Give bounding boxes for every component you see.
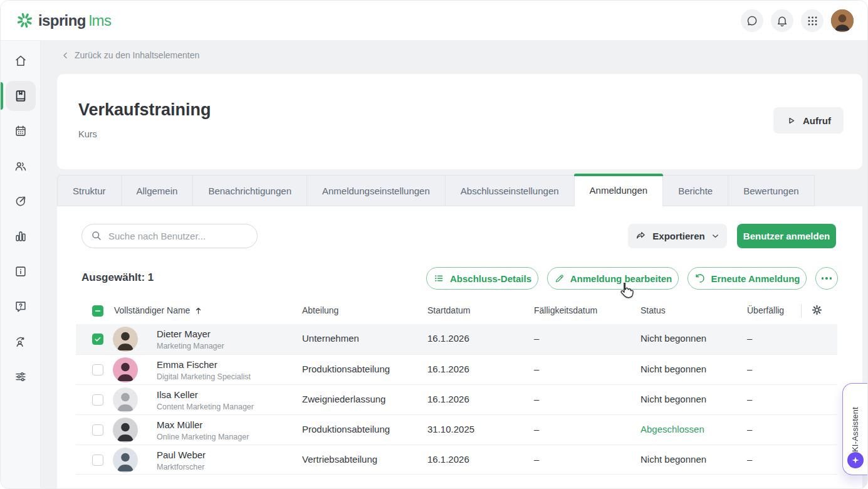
sidebar-item-home[interactable] [6,46,36,76]
ai-assistant-tab[interactable]: KI-Assistent [842,383,867,475]
search-input[interactable] [81,224,258,248]
target-icon [14,194,28,208]
launch-button-label: Aufruf [803,115,831,126]
enroll-users-button[interactable]: Benutzer anmelden [737,224,836,248]
main-area: Zurück zu den Inhaltselementen Verkaufst… [41,41,867,488]
user-name: Paul Weber [157,449,206,461]
table-row[interactable]: Max Müller Online Marketing Manager Prod… [76,414,837,444]
book-icon [14,89,28,103]
export-button-label: Exportieren [652,231,704,241]
column-header-overdue[interactable]: Überfällig [747,305,784,315]
topbar-icons [741,9,854,32]
sidebar-item-coaching[interactable] [6,327,36,357]
tab-struktur[interactable]: Struktur [57,175,122,206]
column-header-status[interactable]: Status [641,305,666,315]
enroll-button-label: Benutzer anmelden [743,231,830,241]
re-enroll-button[interactable]: Erneute Anmeldung [688,267,807,290]
app-grid-button[interactable] [801,9,824,32]
header-divider [801,304,802,318]
tab-label: Bewertungen [743,186,798,196]
tab-bewertungen[interactable]: Bewertungen [728,175,814,206]
ispring-lms-logo[interactable]: ispringlms [17,12,111,29]
table-row[interactable]: Dieter Mayer Marketing Manager Unternehm… [76,324,837,354]
tab-label: Berichte [678,186,713,196]
user-role: Marketing Manager [157,341,224,352]
column-header-duedate[interactable]: Fälligkeitsdatum [534,305,597,315]
user-cell: Emma Fischer Digital Marketing Specialis… [157,359,251,382]
startdate-cell: 31.10.2025 [427,424,474,434]
column-header-startdate[interactable]: Startdatum [427,305,470,315]
selected-count-label: Ausgewählt: 1 [81,271,154,284]
duedate-cell: – [534,333,539,344]
table-header: Vollständiger Name Abteilung Startdatum … [76,300,837,322]
minus-icon [94,307,102,315]
list-icon [433,273,444,284]
avatar [113,387,138,413]
column-settings-button[interactable] [810,303,824,318]
edit-enrollment-button[interactable]: Anmeldung bearbeiten [547,267,679,290]
gear-icon [810,303,824,317]
sidebar-item-help[interactable] [6,292,36,322]
table-row[interactable]: Emma Fischer Digital Marketing Specialis… [76,354,837,384]
sidebar-item-courses[interactable] [6,81,36,111]
sidebar-item-settings[interactable] [6,362,36,392]
launch-course-button[interactable]: Aufruf [773,107,844,134]
avatar [113,448,138,473]
table-row[interactable]: Paul Weber Marktforscher Vertriebsabteil… [76,444,837,475]
play-icon [786,115,797,126]
row-checkbox[interactable] [92,455,103,466]
table-row[interactable]: Ilsa Keller Content Marketing Manager Zw… [76,384,837,414]
row-checkbox[interactable] [92,334,103,345]
duedate-cell: – [534,454,539,465]
notifications-button[interactable] [771,9,793,32]
row-checkbox[interactable] [92,424,103,436]
completion-details-button[interactable]: Abschluss-Details [426,267,538,290]
tab-label: Benachrichtigungen [208,186,291,196]
overdue-cell: – [747,364,752,374]
user-role: Content Marketing Manager [157,402,254,413]
tab-label: Struktur [73,186,106,196]
column-label: Vollständiger Name [114,305,190,315]
tab-anmeldungen[interactable]: Anmeldungen [574,173,664,206]
re-enroll-label: Erneute Anmeldung [711,273,800,284]
logo-brand: ispring [38,12,86,29]
select-all-checkbox[interactable] [92,305,103,317]
breadcrumb-back-link[interactable]: Zurück zu den Inhaltselementen [61,50,199,60]
tab-label: Allgemein [137,186,178,196]
sidebar-item-news[interactable] [6,256,36,287]
more-actions-button[interactable] [815,267,838,290]
column-header-name[interactable]: Vollständiger Name [114,305,203,315]
sidebar-item-goals[interactable] [6,186,36,216]
sidebar-item-reports[interactable] [6,221,36,251]
department-cell: Vertriebsabteilung [302,454,377,465]
page-title: Verkaufstraining [78,100,211,120]
tab-abschlusseinstellungen[interactable]: Abschlusseinstellungen [445,175,575,206]
tab-berichte[interactable]: Berichte [662,175,728,206]
tab-allgemein[interactable]: Allgemein [121,175,194,206]
sidebar-item-users[interactable] [6,151,36,181]
sliders-icon [14,370,28,384]
user-name: Emma Fischer [157,359,251,371]
bar-chart-icon [14,229,28,243]
profile-avatar[interactable] [831,9,854,32]
avatar [113,327,138,352]
app-window: ispringlms [0,0,868,489]
chat-button[interactable] [741,9,763,32]
avatar [113,418,138,443]
tab-anmeldungseinstellungen[interactable]: Anmeldungseinstellungen [306,175,446,206]
column-header-department[interactable]: Abteilung [302,305,338,315]
chevron-down-icon [711,231,720,241]
edit-enrollment-label: Anmeldung bearbeiten [570,273,672,284]
profile-avatar-image [831,9,854,32]
user-cell: Ilsa Keller Content Marketing Manager [157,389,254,413]
startdate-cell: 16.1.2026 [427,454,469,465]
user-name: Dieter Mayer [157,328,224,340]
export-button[interactable]: Exportieren [628,224,727,248]
row-checkbox[interactable] [92,394,103,406]
department-cell: Produktionsabteilung [302,424,390,434]
sidebar-item-calendar[interactable] [6,116,36,146]
user-role: Online Marketing Manager [157,432,249,443]
tab-benachrichtigungen[interactable]: Benachrichtigungen [192,175,307,206]
chat-icon [746,14,758,27]
row-checkbox[interactable] [92,364,103,376]
